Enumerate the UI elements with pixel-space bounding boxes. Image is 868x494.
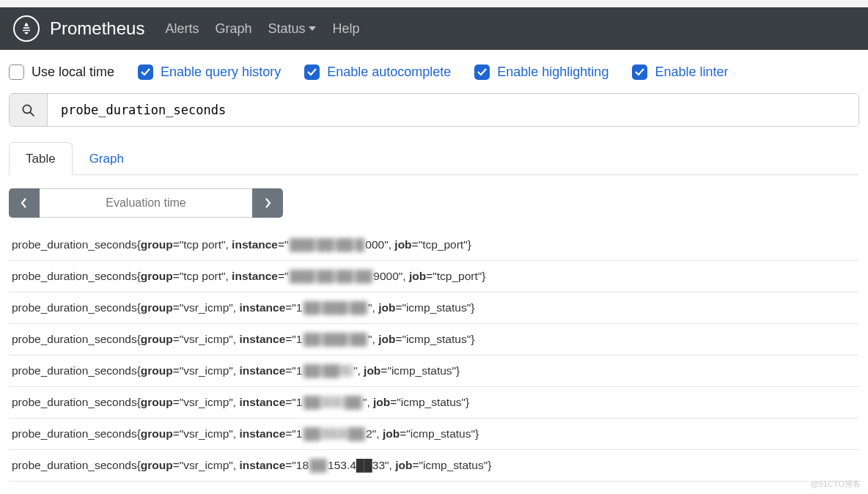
results-table: probe_duration_seconds{group="tcp port",… bbox=[9, 229, 859, 482]
table-row[interactable]: probe_duration_seconds{group="vsr_icmp",… bbox=[9, 355, 859, 387]
caret-down-icon bbox=[309, 26, 316, 31]
options-bar: Use local time Enable query history Enab… bbox=[0, 50, 868, 93]
nav-alerts[interactable]: Alerts bbox=[165, 21, 199, 37]
eval-next-button[interactable] bbox=[252, 188, 283, 218]
option-highlighting[interactable]: Enable highlighting bbox=[474, 64, 608, 80]
table-row[interactable]: probe_duration_seconds{group="tcp port",… bbox=[9, 229, 859, 261]
nav-help[interactable]: Help bbox=[332, 21, 359, 37]
nav-status[interactable]: Status bbox=[268, 21, 316, 37]
evaluation-time-row bbox=[9, 188, 859, 218]
checkbox-icon[interactable] bbox=[138, 64, 153, 80]
option-query-history[interactable]: Enable query history bbox=[138, 64, 281, 80]
svg-point-0 bbox=[23, 105, 31, 113]
checkbox-icon[interactable] bbox=[632, 64, 647, 80]
option-autocomplete[interactable]: Enable autocomplete bbox=[304, 64, 451, 80]
query-input[interactable] bbox=[48, 94, 858, 126]
option-linter[interactable]: Enable linter bbox=[632, 64, 728, 80]
chevron-left-icon bbox=[21, 198, 28, 208]
evaluation-time-input[interactable] bbox=[40, 188, 252, 218]
checkbox-icon[interactable] bbox=[9, 64, 24, 80]
svg-line-1 bbox=[30, 111, 34, 116]
tab-graph[interactable]: Graph bbox=[73, 142, 141, 175]
nav-links: Alerts Graph Status Help bbox=[165, 21, 359, 37]
prometheus-logo-icon bbox=[13, 15, 40, 42]
result-tabs: Table Graph bbox=[9, 141, 859, 175]
table-row[interactable]: probe_duration_seconds{group="vsr_icmp",… bbox=[9, 450, 859, 482]
table-row[interactable]: probe_duration_seconds{group="vsr_icmp",… bbox=[9, 419, 859, 450]
eval-prev-button[interactable] bbox=[9, 188, 40, 218]
search-icon[interactable] bbox=[10, 94, 48, 126]
brand[interactable]: Prometheus bbox=[13, 15, 144, 42]
nav-graph[interactable]: Graph bbox=[215, 21, 251, 37]
table-row[interactable]: probe_duration_seconds{group="tcp port",… bbox=[9, 261, 859, 292]
option-use-local-time[interactable]: Use local time bbox=[9, 64, 114, 80]
checkbox-icon[interactable] bbox=[474, 64, 490, 80]
chevron-right-icon bbox=[264, 198, 271, 208]
tab-table[interactable]: Table bbox=[9, 142, 73, 175]
query-bar bbox=[9, 93, 859, 127]
table-row[interactable]: probe_duration_seconds{group="vsr_icmp",… bbox=[9, 292, 859, 324]
navbar: Prometheus Alerts Graph Status Help bbox=[0, 0, 868, 50]
checkbox-icon[interactable] bbox=[304, 64, 320, 80]
brand-text: Prometheus bbox=[50, 18, 144, 39]
watermark: @51CTO博客 bbox=[811, 479, 861, 482]
table-row[interactable]: probe_duration_seconds{group="vsr_icmp",… bbox=[9, 387, 859, 419]
table-row[interactable]: probe_duration_seconds{group="vsr_icmp",… bbox=[9, 324, 859, 355]
